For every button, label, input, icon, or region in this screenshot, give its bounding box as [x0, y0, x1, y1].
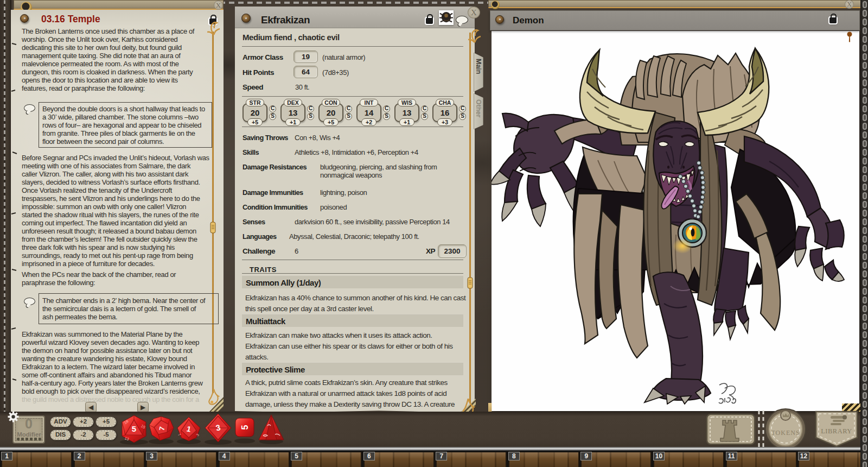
svg-text:LIBRARY: LIBRARY [821, 427, 852, 435]
svg-text:5: 5 [132, 424, 136, 433]
svg-text:TOKENS: TOKENS [771, 429, 800, 437]
svg-text:5: 5 [240, 425, 250, 430]
